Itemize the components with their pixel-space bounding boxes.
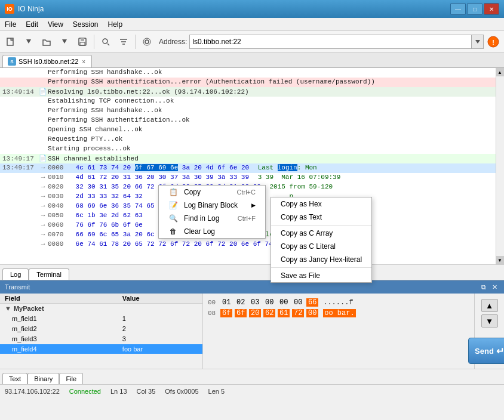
table-row[interactable]: m_field2 2	[0, 324, 202, 334]
address-dropdown-button[interactable]	[472, 35, 484, 49]
scroll-up-button[interactable]: ▲	[496, 68, 504, 76]
save-button[interactable]	[74, 33, 91, 50]
transmit-restore-button[interactable]: ⧉	[480, 283, 488, 292]
svg-marker-13	[475, 40, 480, 44]
new-button[interactable]	[2, 33, 19, 50]
app-icon: IO	[5, 4, 14, 14]
group-arrow-icon: ▼	[5, 305, 11, 312]
address-bar: Address:	[159, 35, 484, 49]
status-len: Len 5	[208, 388, 225, 395]
submenu-save-as-file[interactable]: Save as File	[271, 269, 371, 282]
tab-text[interactable]: Text	[2, 373, 27, 384]
open-dropdown-button[interactable]	[56, 33, 73, 50]
hex-bytes-row-1: 01 02 03 00 00 00 66	[220, 298, 318, 307]
menu-view[interactable]: View	[43, 19, 68, 30]
menu-edit[interactable]: Edit	[21, 19, 43, 30]
tab-ssh-close[interactable]: ×	[81, 58, 87, 65]
context-menu-find-in-log[interactable]: 🔍 Find in Log Ctrl+F	[159, 212, 265, 225]
separator-1	[94, 35, 94, 49]
tab-ssh[interactable]: S SSH ls0.tibbo.net:22 ×	[2, 55, 92, 67]
table-row[interactable]: m_field1 1	[0, 314, 202, 324]
submenu-separator-2	[271, 267, 371, 268]
svg-rect-4	[81, 38, 84, 41]
menu-session[interactable]: Session	[68, 19, 103, 30]
submenu-copy-as-c-array[interactable]: Copy as C Array	[271, 227, 371, 240]
log-hex-line-9: → 0080 6e 74 61 78 20 65 72 72 6f 72 20 …	[0, 240, 504, 249]
transmit-field-panel: Field Value ▼MyPacket m_field1 1 m_field…	[0, 294, 203, 369]
status-ip: 93.174.106.102:22	[5, 388, 60, 395]
svg-text:!: !	[492, 39, 494, 46]
submenu-copy-as-hex[interactable]: Copy as Hex	[271, 197, 371, 211]
log-line-ssh2: Performing SSH handshake...ok	[0, 106, 504, 116]
context-menu-log-binary-block[interactable]: 📝 Log Binary Block	[159, 199, 265, 212]
tab-bar: S SSH ls0.tibbo.net:22 ×	[0, 52, 504, 68]
transmit-header-controls: ⧉ ✕	[480, 283, 499, 292]
menu-help[interactable]: Help	[103, 19, 128, 30]
svg-point-11	[145, 40, 149, 44]
minimize-button[interactable]: —	[450, 3, 466, 15]
tab-binary[interactable]: Binary	[27, 373, 59, 384]
submenu-copy-as-jancy[interactable]: Copy as Jancy Hex-literal	[271, 253, 371, 266]
search-button[interactable]	[97, 33, 114, 50]
filter-button[interactable]	[115, 33, 132, 50]
log-line-process: Starting process...ok	[0, 144, 504, 154]
log-line-info-1: 13:49:14 📄 Resolving ls0.tibbo.net:22...…	[0, 87, 504, 97]
title-bar: IO IO Ninja — □ ✕	[0, 0, 504, 18]
address-dropdown-arrow-icon	[475, 40, 480, 44]
address-input[interactable]	[189, 35, 472, 49]
status-col: Col 35	[137, 388, 156, 395]
table-row[interactable]: ▼MyPacket	[0, 304, 202, 314]
window-title: IO Ninja	[18, 5, 450, 13]
log-line-tcp: Establishing TCP connection...ok	[0, 97, 504, 106]
col-value: Value	[118, 294, 202, 304]
menu-file[interactable]: File	[0, 19, 21, 30]
dropdown-arrow-icon	[26, 39, 31, 44]
table-row-selected[interactable]: m_field4 foo bar	[0, 344, 202, 354]
status-connected: Connected	[69, 388, 101, 395]
transmit-table: Field Value ▼MyPacket m_field1 1 m_field…	[0, 294, 202, 354]
svg-marker-2	[62, 39, 67, 44]
context-menu-copy[interactable]: 📋 Copy Ctrl+C	[159, 186, 265, 199]
scroll-down-button[interactable]: ▼	[496, 256, 504, 264]
open-button[interactable]	[38, 33, 55, 50]
send-button[interactable]: Send ↵	[468, 338, 505, 364]
submenu-separator-1	[271, 225, 371, 226]
submenu-copy-as-text[interactable]: Copy as Text	[271, 211, 371, 224]
maximize-button[interactable]: □	[467, 3, 483, 15]
gear-icon	[142, 37, 152, 47]
status-ofs: Ofs 0x0005	[165, 388, 198, 395]
svg-point-12	[143, 38, 150, 45]
close-button[interactable]: ✕	[484, 3, 499, 15]
separator-2	[135, 35, 136, 49]
hex-row-2: 08 6f 6f 20 62 61 72 00 oo bar.	[208, 309, 469, 317]
window-controls: — □ ✕	[450, 3, 499, 15]
scroll-up-nav-button[interactable]: ▲	[481, 299, 498, 312]
tab-terminal[interactable]: Terminal	[29, 268, 69, 280]
transmit-hex-panel: 00 01 02 03 00 00 00 66 ......f 08 6f 6f…	[203, 294, 474, 369]
log-tab-bar: Log Terminal	[0, 265, 504, 280]
transmit-header: Transmit ⧉ ✕	[0, 280, 504, 294]
search-icon	[101, 37, 110, 47]
alert-indicator: !	[485, 33, 502, 50]
log-line-auth: Performing SSH authentification...ok	[0, 116, 504, 125]
status-bar: 93.174.106.102:22 Connected Ln 13 Col 35…	[0, 384, 504, 397]
submenu-popup: Copy as Hex Copy as Text Copy as C Array…	[271, 197, 372, 283]
table-row[interactable]: m_field3 3	[0, 334, 202, 344]
tab-log[interactable]: Log	[2, 268, 29, 280]
submenu-copy-as-c-literal[interactable]: Copy as C Literal	[271, 240, 371, 253]
filter-icon	[119, 37, 128, 47]
svg-point-6	[103, 39, 107, 44]
log-binary-icon: 📝	[168, 201, 178, 209]
find-icon: 🔍	[168, 214, 178, 223]
context-menu-clear-log[interactable]: 🗑 Clear Log	[159, 225, 265, 238]
svg-marker-1	[26, 39, 31, 44]
transmit-close-button[interactable]: ✕	[490, 283, 499, 292]
dropdown-button[interactable]	[20, 33, 37, 50]
save-icon	[78, 37, 87, 47]
tab-file[interactable]: File	[59, 373, 83, 384]
log-scrollbar[interactable]: ▲ ▼	[496, 68, 504, 264]
scroll-down-nav-button[interactable]: ▼	[481, 314, 498, 328]
log-line: Performing SSH handshake...ok	[0, 68, 504, 78]
settings-button[interactable]	[139, 33, 155, 50]
context-menu-popup: 📋 Copy Ctrl+C 📝 Log Binary Block 🔍 Find …	[158, 185, 266, 239]
